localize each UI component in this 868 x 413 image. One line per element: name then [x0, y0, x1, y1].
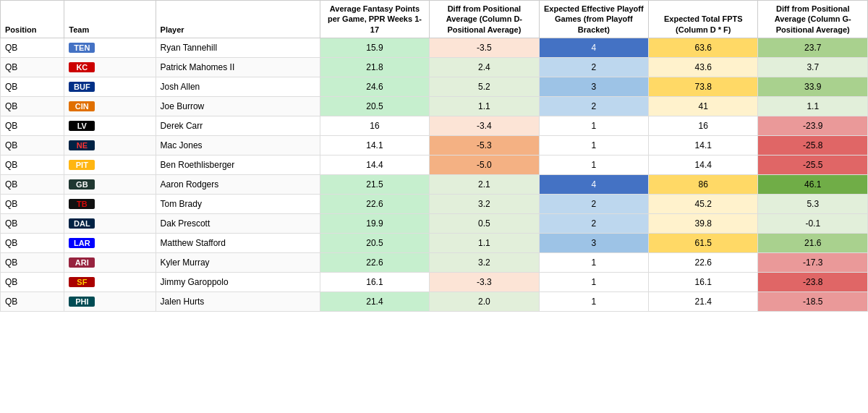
cell-exp-total: 22.6	[649, 252, 758, 272]
cell-exp-total: 45.2	[649, 194, 758, 213]
cell-team: TB	[64, 194, 156, 213]
cell-diff: -5.3	[430, 135, 539, 155]
cell-player: Mac Jones	[156, 135, 320, 155]
header-team: Team	[64, 1, 156, 38]
table-row: QB NE Mac Jones 14.1 -5.3 1 14.1 -25.8	[1, 135, 868, 155]
cell-player: Kyler Murray	[156, 252, 320, 272]
cell-diff: 2.0	[430, 291, 539, 311]
table-row: QB PIT Ben Roethlisberger 14.4 -5.0 1 14…	[1, 155, 868, 174]
table-row: QB GB Aaron Rodgers 21.5 2.1 4 86 46.1	[1, 174, 868, 194]
cell-team: BUF	[64, 77, 156, 96]
cell-team: PHI	[64, 291, 156, 311]
cell-diff: -3.4	[430, 116, 539, 135]
cell-diff2: 5.3	[758, 194, 868, 213]
cell-team: NE	[64, 135, 156, 155]
team-badge: KC	[69, 62, 95, 72]
cell-avg: 14.1	[320, 135, 429, 155]
cell-avg: 20.5	[320, 233, 429, 252]
cell-diff2: 3.7	[758, 57, 868, 77]
cell-diff2: -25.8	[758, 135, 868, 155]
team-badge: PHI	[69, 297, 95, 307]
header-avg: Average Fantasy Points per Game, PPR Wee…	[320, 1, 429, 38]
cell-team: LAR	[64, 233, 156, 252]
cell-diff2: 1.1	[758, 96, 868, 116]
cell-position: QB	[1, 77, 64, 96]
team-badge: ARI	[69, 257, 95, 268]
table-row: QB ARI Kyler Murray 22.6 3.2 1 22.6 -17.…	[1, 252, 868, 272]
cell-diff2: -17.3	[758, 252, 868, 272]
cell-avg: 16.1	[320, 272, 429, 291]
cell-player: Patrick Mahomes II	[156, 57, 320, 77]
cell-exp-total: 43.6	[649, 57, 758, 77]
team-badge: PIT	[69, 160, 95, 170]
cell-diff2: -0.1	[758, 213, 868, 233]
cell-exp-total: 61.5	[649, 233, 758, 252]
cell-position: QB	[1, 272, 64, 291]
cell-diff: 3.2	[430, 194, 539, 213]
cell-exp-total: 63.6	[649, 38, 758, 57]
cell-diff: 3.2	[430, 252, 539, 272]
cell-avg: 20.5	[320, 96, 429, 116]
cell-exp-total: 73.8	[649, 77, 758, 96]
stats-table: Position Team Player Average Fantasy Poi…	[0, 0, 868, 312]
cell-team: CIN	[64, 96, 156, 116]
cell-exp-playoff: 1	[539, 116, 648, 135]
cell-position: QB	[1, 213, 64, 233]
cell-exp-playoff: 2	[539, 96, 648, 116]
cell-exp-playoff: 1	[539, 252, 648, 272]
cell-diff2: 21.6	[758, 233, 868, 252]
cell-diff2: -18.5	[758, 291, 868, 311]
cell-exp-playoff: 3	[539, 233, 648, 252]
cell-team: KC	[64, 57, 156, 77]
cell-team: ARI	[64, 252, 156, 272]
cell-exp-playoff: 1	[539, 272, 648, 291]
cell-team: DAL	[64, 213, 156, 233]
cell-diff2: -23.9	[758, 116, 868, 135]
cell-exp-playoff: 4	[539, 174, 648, 194]
table-row: QB LAR Matthew Stafford 20.5 1.1 3 61.5 …	[1, 233, 868, 252]
cell-diff: 2.1	[430, 174, 539, 194]
table-row: QB KC Patrick Mahomes II 21.8 2.4 2 43.6…	[1, 57, 868, 77]
cell-diff2: 23.7	[758, 38, 868, 57]
cell-diff: -3.3	[430, 272, 539, 291]
cell-player: Jalen Hurts	[156, 291, 320, 311]
cell-player: Aaron Rodgers	[156, 174, 320, 194]
cell-exp-total: 39.8	[649, 213, 758, 233]
table-row: QB TB Tom Brady 22.6 3.2 2 45.2 5.3	[1, 194, 868, 213]
table-row: QB TEN Ryan Tannehill 15.9 -3.5 4 63.6 2…	[1, 38, 868, 57]
cell-avg: 19.9	[320, 213, 429, 233]
cell-exp-total: 86	[649, 174, 758, 194]
cell-avg: 21.4	[320, 291, 429, 311]
cell-position: QB	[1, 96, 64, 116]
table-row: QB LV Derek Carr 16 -3.4 1 16 -23.9	[1, 116, 868, 135]
cell-avg: 22.6	[320, 194, 429, 213]
cell-avg: 21.8	[320, 57, 429, 77]
table-row: QB SF Jimmy Garoppolo 16.1 -3.3 1 16.1 -…	[1, 272, 868, 291]
cell-exp-playoff: 2	[539, 213, 648, 233]
cell-player: Ryan Tannehill	[156, 38, 320, 57]
cell-diff: 0.5	[430, 213, 539, 233]
cell-diff2: -25.5	[758, 155, 868, 174]
cell-exp-total: 14.1	[649, 135, 758, 155]
cell-player: Tom Brady	[156, 194, 320, 213]
cell-exp-playoff: 3	[539, 77, 648, 96]
header-exp-total: Expected Total FPTS (Column D * F)	[649, 1, 758, 38]
cell-exp-playoff: 1	[539, 155, 648, 174]
cell-exp-playoff: 2	[539, 194, 648, 213]
table-row: QB PHI Jalen Hurts 21.4 2.0 1 21.4 -18.5	[1, 291, 868, 311]
cell-avg: 16	[320, 116, 429, 135]
team-badge: CIN	[69, 101, 95, 111]
cell-player: Josh Allen	[156, 77, 320, 96]
cell-diff2: 33.9	[758, 77, 868, 96]
cell-player: Ben Roethlisberger	[156, 155, 320, 174]
cell-exp-playoff: 2	[539, 57, 648, 77]
cell-exp-playoff: 1	[539, 291, 648, 311]
team-badge: TEN	[69, 43, 95, 53]
cell-diff: -3.5	[430, 38, 539, 57]
cell-avg: 22.6	[320, 252, 429, 272]
cell-position: QB	[1, 135, 64, 155]
cell-position: QB	[1, 252, 64, 272]
cell-position: QB	[1, 194, 64, 213]
cell-position: QB	[1, 116, 64, 135]
cell-avg: 21.5	[320, 174, 429, 194]
